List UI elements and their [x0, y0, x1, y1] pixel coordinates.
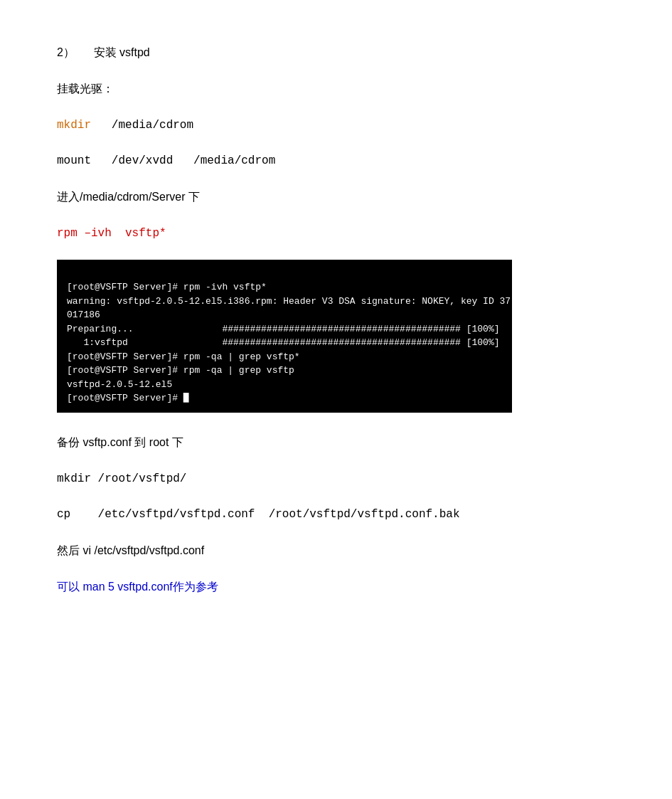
cp-command: cp /etc/vsftpd/vsftpd.conf /root/vsftpd/…: [57, 504, 615, 525]
section-header: 2） 安装 vsftpd: [57, 43, 615, 63]
section-number: 2）: [57, 46, 75, 58]
cp-cmd: cp /etc/vsftpd/vsftpd.conf /root/vsftpd/…: [57, 508, 460, 521]
man-note-text: 可以 man 5 vsftpd.conf作为参考: [57, 577, 615, 598]
section-title: 安装 vsftpd: [94, 46, 150, 58]
section-spacer: [78, 46, 90, 58]
rpm-command: rpm –ivh vsftp*: [57, 223, 615, 244]
note-prefix: 可以: [57, 581, 80, 593]
mkdir-root-cmd: mkdir /root/vsftpd/: [57, 472, 186, 485]
mount-label: 挂载光驱：: [57, 79, 615, 100]
mkdir-cdrom-command: mkdir /media/cdrom: [57, 115, 615, 136]
then-vi-text: 然后 vi /etc/vsftpd/vsftpd.conf: [57, 541, 615, 561]
mount-command: mount /dev/xvdd /media/cdrom: [57, 151, 615, 171]
enter-server-dir: 进入/media/cdrom/Server 下: [57, 187, 615, 208]
terminal-line-1: [root@VSFTP Server]# rpm -ivh vsftp* war…: [67, 282, 511, 403]
mkdir-cmd-word: mkdir: [57, 119, 91, 132]
terminal-block: [root@VSFTP Server]# rpm -ivh vsftp* war…: [57, 260, 512, 413]
mkdir-root-command: mkdir /root/vsftpd/: [57, 469, 615, 490]
rpm-cmd: rpm –ivh vsftp*: [57, 227, 166, 240]
mount-cmd-word: mount: [57, 154, 91, 167]
mkdir-cdrom-arg: /media/cdrom: [91, 119, 193, 132]
then-prefix: 然后 vi /etc/vsftpd/vsftpd.conf: [57, 544, 204, 556]
note-cmd: man 5 vsftpd.conf: [80, 581, 173, 593]
backup-label: 备份 vsftp.conf 到 root 下: [57, 433, 615, 453]
note-suffix: 作为参考: [173, 581, 218, 593]
mount-args: /dev/xvdd /media/cdrom: [91, 154, 275, 167]
